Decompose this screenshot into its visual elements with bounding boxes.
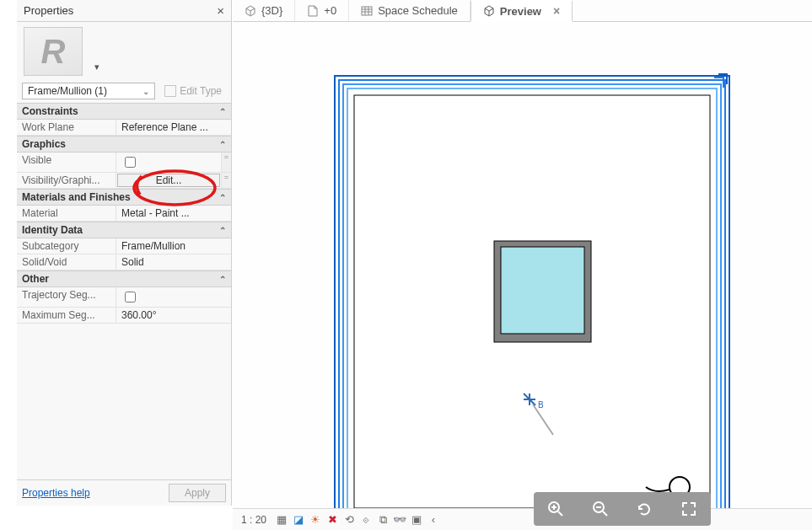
chevron-down-icon: ⌄ (143, 87, 149, 96)
close-icon[interactable]: × (217, 3, 224, 18)
grid-icon (361, 5, 373, 17)
edit-type-icon (164, 85, 176, 97)
collapse-icon: ⌃ (219, 193, 226, 202)
row-visible[interactable]: Visible = (17, 153, 231, 173)
properties-panel: Properties × R ▾ Frame/Mullion (1) ⌄ Edi… (17, 0, 232, 506)
row-side-handle: = (221, 153, 231, 172)
visual-style-icon[interactable]: ◪ (292, 513, 305, 527)
collapse-icon: ⌃ (219, 107, 226, 116)
svg-rect-12 (501, 247, 584, 334)
cube-icon (245, 5, 256, 17)
tab-label: Preview (500, 5, 541, 18)
chevron-down-icon[interactable]: ▾ (89, 62, 105, 72)
panel-title-bar: Properties × (17, 0, 231, 22)
hide-isolate-icon[interactable]: 👓 (393, 513, 406, 527)
svg-line-21 (603, 511, 607, 516)
panel-footer: Properties help Apply (17, 479, 231, 506)
tab-label: Space Schedule (378, 4, 458, 17)
detail-level-icon[interactable]: ▦ (275, 513, 288, 527)
tab-space-schedule[interactable]: Space Schedule (349, 0, 471, 21)
crop-region-icon[interactable]: ⧉ (376, 513, 390, 527)
group-header-other[interactable]: Other ⌃ (17, 270, 231, 287)
edit-visibility-button[interactable]: Edit... (117, 174, 220, 187)
row-material[interactable]: Material Metal - Paint ... (17, 206, 231, 222)
preview-viewport[interactable]: B (233, 22, 812, 508)
row-max-seg[interactable]: Maximum Seg... 360.00° (17, 308, 231, 324)
shadows-icon[interactable]: ✖ (325, 513, 339, 527)
rendering-icon[interactable]: ⟲ (342, 513, 356, 527)
collapse-icon: ⌃ (219, 226, 226, 235)
reveal-icon[interactable]: ▣ (410, 513, 423, 527)
more-icon[interactable]: ‹ (427, 513, 440, 527)
group-header-constraints[interactable]: Constraints ⌃ (17, 103, 231, 120)
type-selector[interactable]: Frame/Mullion (1) ⌄ (22, 83, 155, 99)
group-header-graphics[interactable]: Graphics ⌃ (17, 136, 231, 153)
collapse-icon: ⌃ (219, 140, 226, 149)
svg-text:B: B (538, 400, 544, 410)
type-selector-row: Frame/Mullion (1) ⌄ Edit Type (17, 81, 231, 103)
expand-icon[interactable] (680, 500, 698, 518)
svg-rect-1 (362, 7, 372, 15)
door-model: B (334, 72, 730, 508)
type-thumbnail-row: R ▾ (17, 22, 231, 81)
close-icon[interactable]: × (553, 4, 560, 18)
row-trajectory[interactable]: Trajectory Seg... (17, 287, 231, 308)
type-selector-label: Frame/Mullion (1) (28, 85, 107, 97)
zoom-in-icon[interactable] (546, 500, 565, 518)
tab-label: {3D} (261, 4, 282, 17)
group-header-materials[interactable]: Materials and Finishes ⌃ (17, 189, 231, 206)
revit-logo-icon: R (41, 33, 66, 71)
edit-type-label: Edit Type (180, 85, 222, 97)
edit-type-button[interactable]: Edit Type (160, 83, 226, 99)
svg-line-17 (558, 511, 562, 516)
tab-preview[interactable]: Preview × (471, 0, 573, 22)
row-solid-void[interactable]: Solid/Void Solid (17, 254, 231, 270)
tab-label: +0 (324, 4, 336, 17)
view-tabs: {3D} +0 Space Schedule Preview × (233, 0, 812, 22)
view-tool-icons: ▦ ◪ ☀ ✖ ⟲ ⟐ ⧉ 👓 ▣ ‹ (275, 513, 440, 527)
tab-plus0[interactable]: +0 (295, 0, 349, 21)
row-visibility-overrides[interactable]: Visibility/Graphi... Edit... = (17, 173, 231, 189)
view-scale[interactable]: 1 : 20 (241, 514, 266, 526)
row-work-plane[interactable]: Work Plane Reference Plane ... (17, 120, 231, 136)
rotate-icon[interactable] (635, 500, 653, 518)
properties-help-link[interactable]: Properties help (22, 487, 90, 499)
row-side-handle: = (221, 173, 231, 188)
view-control-bar: 1 : 20 ▦ ◪ ☀ ✖ ⟲ ⟐ ⧉ 👓 ▣ ‹ (233, 508, 812, 530)
sun-path-icon[interactable]: ☀ (309, 513, 322, 527)
apply-button[interactable]: Apply (169, 484, 226, 502)
collapse-icon: ⌃ (219, 275, 226, 284)
group-header-identity[interactable]: Identity Data ⌃ (17, 222, 231, 238)
tab-3d[interactable]: {3D} (233, 0, 295, 21)
property-grid: Constraints ⌃ Work Plane Reference Plane… (17, 103, 231, 324)
crop-icon[interactable]: ⟐ (359, 513, 373, 527)
doc-icon (307, 5, 319, 17)
zoom-out-icon[interactable] (591, 500, 610, 518)
panel-title: Properties (24, 4, 73, 17)
visible-checkbox[interactable] (125, 157, 136, 168)
row-subcategory[interactable]: Subcategory Frame/Mullion (17, 238, 231, 254)
cube-icon (483, 5, 495, 17)
trajectory-checkbox[interactable] (125, 292, 136, 302)
overlay-zoom-toolbar (534, 492, 711, 526)
type-thumbnail: R (24, 27, 83, 76)
